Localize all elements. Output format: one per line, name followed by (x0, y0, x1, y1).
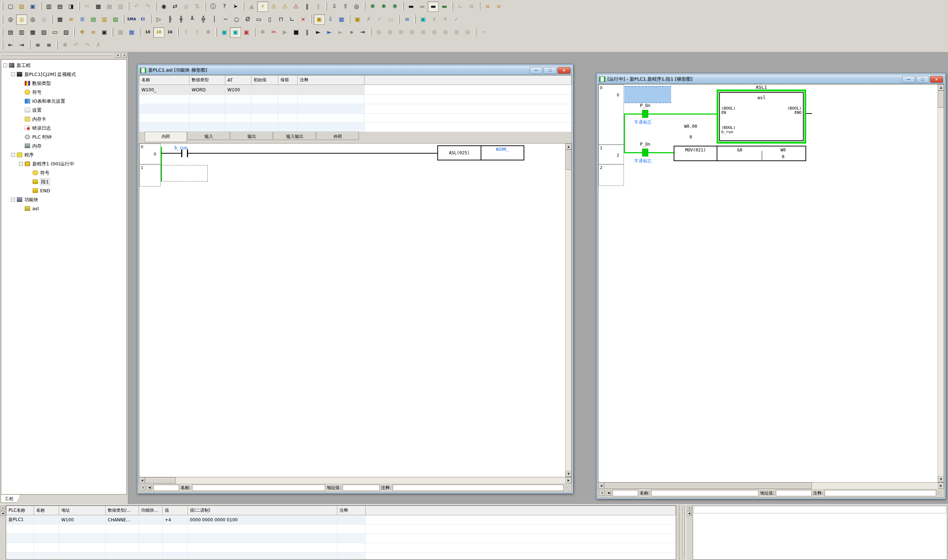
tb-delete-line-icon[interactable]: × (298, 14, 309, 25)
table-empty-row[interactable] (6, 534, 676, 543)
column-header[interactable]: AT (225, 75, 251, 85)
tb-fb-generate-icon[interactable]: ▣ (418, 14, 429, 25)
rung1-wire[interactable] (624, 152, 674, 153)
tb-cross-reference-icon[interactable]: CI (137, 14, 148, 25)
fb-contact-bar-right[interactable] (187, 149, 188, 157)
tb-fb-online-monitor-icon[interactable]: ▣ (314, 14, 325, 25)
monitor-window-titlebar[interactable]: [运行中] - 新PLC1.新程序1.段1 [梯形图] — □ × (598, 74, 945, 84)
rung0-contact-p-on[interactable] (642, 110, 648, 118)
tree-item-plc[interactable]: -新PLC1[CJ2M] 监视模式 (1, 70, 126, 79)
tb-contact-or-nc-icon[interactable]: ╬ (198, 14, 209, 25)
toolbar-group-handle[interactable] (128, 2, 129, 11)
tb-print-icon[interactable]: ▤ (54, 2, 66, 12)
tree-expander-icon[interactable]: - (3, 63, 7, 67)
tree-item-function-blocks[interactable]: -功能块 (1, 195, 126, 204)
tb-io-table-view-icon[interactable]: SMA (126, 14, 137, 25)
tb-step-into-icon[interactable]: ► (324, 27, 335, 38)
tb-indent-decrease-icon[interactable]: ⇤ (5, 40, 16, 51)
tree-item-prog-symbols[interactable]: 符号 (1, 168, 126, 177)
fb-tab-输出[interactable]: 输出 (231, 132, 273, 140)
tb-monitor-window-4-icon[interactable]: ▬ (439, 2, 450, 12)
monitor-vscroll-up[interactable]: ▲ (938, 85, 944, 91)
tb-grid-icon[interactable]: ▦ (54, 14, 66, 25)
monitor-ladder[interactable]: 0 0 1 2 2 P_On 常通标志 (598, 84, 944, 483)
monitor-hscrollbar[interactable]: ◀ ▶ (598, 483, 944, 489)
tb-window-cascade-icon[interactable]: ▤ (5, 27, 16, 38)
tree-expander-icon[interactable]: - (11, 72, 15, 76)
fb-close-button[interactable]: × (558, 67, 571, 74)
monitor-comment-field[interactable] (825, 490, 936, 496)
monitor-close-button[interactable]: × (930, 76, 943, 83)
tb-online-edit-cut-icon[interactable]: ✂ (268, 27, 279, 38)
tb-address-reference-list-icon[interactable]: ≣ (77, 14, 88, 25)
tree-item-io-table[interactable]: IO表和单元设置 (1, 97, 126, 106)
tb-io-comment-view-icon[interactable]: ▤ (88, 14, 99, 25)
tb-upload-from-plc-icon[interactable]: ⇧ (340, 2, 351, 12)
toolbar-group-handle[interactable] (479, 2, 480, 11)
toolbar-group-handle[interactable] (112, 28, 113, 37)
fb-comment-field[interactable] (392, 485, 564, 491)
tree-expander-icon[interactable]: - (19, 162, 23, 166)
tb-window-tile-h-icon[interactable]: ▥ (16, 27, 27, 38)
tb-find-icon[interactable]: ◉ (158, 2, 169, 12)
toolbar-group-handle[interactable] (349, 15, 350, 24)
toolbar-group-handle[interactable] (2, 28, 3, 37)
monitor-rung1-margin[interactable]: 1 2 (599, 145, 624, 165)
tree-item-program1[interactable]: -新程序1 (00)运行中 (1, 159, 126, 168)
tb-zoom-in-icon[interactable]: ◎ (5, 14, 16, 25)
toolbar-group-handle[interactable] (398, 15, 400, 24)
toolbar-group-handle[interactable] (139, 28, 140, 37)
tb-address-window-icon[interactable]: ≡ (88, 27, 99, 38)
fb-window-titlebar[interactable]: 新PLC1.asl [功能块 梯形图] — □ × (139, 66, 572, 75)
monitor-addr-field[interactable] (776, 490, 811, 496)
tb-transfer-warning-icon[interactable]: ⚠ (291, 2, 302, 12)
tb-fast-forward-icon[interactable]: » (346, 27, 357, 38)
fb-asl-instruction-box[interactable]: ASL(025) W100_ (437, 145, 524, 160)
tb-pause-debug-icon[interactable]: ∥ (302, 27, 312, 38)
tb-compile-program-icon[interactable]: ⚠ (268, 2, 279, 12)
fb-tab-输入输出[interactable]: 输入输出 (274, 132, 316, 140)
toolbar-group-handle[interactable] (475, 28, 476, 37)
toolbar-group-handle[interactable] (51, 15, 53, 24)
tree-item-data-types[interactable]: 数据类型 (1, 79, 126, 88)
toolbar-group-handle[interactable] (40, 2, 42, 11)
tb-help-icon[interactable]: ? (219, 2, 230, 12)
tb-contact-or-no-icon[interactable]: ╨ (186, 14, 198, 25)
toolbar-group-handle[interactable] (243, 2, 244, 11)
monitor-hscroll-left[interactable]: ◀ (598, 483, 604, 489)
tb-step-over-icon[interactable]: ► (312, 27, 324, 38)
tb-select-pointer-icon[interactable]: ▷ (153, 14, 165, 25)
table-empty-row[interactable] (139, 104, 572, 114)
tb-zoom-out-icon[interactable]: ◎ (27, 14, 38, 25)
column-header[interactable]: 注释 (337, 506, 366, 515)
tb-copy-icon[interactable]: ▦ (93, 2, 104, 12)
tb-contact-no-icon[interactable]: ╟ (165, 14, 175, 25)
fb-vscroll-down[interactable]: ▼ (565, 471, 572, 477)
toolbar-group-handle[interactable] (402, 2, 404, 11)
tree-item-error-log[interactable]: 错误日志 (1, 123, 126, 132)
table-empty-row[interactable] (6, 552, 676, 560)
tb-print-preview-icon[interactable]: ◨ (66, 2, 77, 12)
toolbar-group-handle[interactable] (414, 15, 416, 24)
table-row[interactable]: W100_WORDW100 (139, 85, 572, 95)
toolbar-group-handle[interactable] (74, 28, 75, 37)
tree-expander-icon[interactable]: - (11, 198, 15, 202)
toolbar-group-handle[interactable] (2, 15, 3, 24)
tb-pause-monitor-icon[interactable]: ‖ (302, 2, 312, 12)
monitor-hscroll-thumb[interactable] (604, 483, 812, 489)
toolbar-group-handle[interactable] (123, 15, 124, 24)
tb-update-fb-table-icon[interactable]: ▦ (336, 14, 347, 25)
monitor-hscroll-right[interactable]: ▶ (938, 483, 944, 489)
fb-call-block[interactable]: asl (BOOL) EN (BOOL) ENO (BOOL) b_run (717, 89, 806, 143)
tb-compare-with-plc-icon[interactable]: ◎ (351, 2, 362, 12)
toolbar-group-handle[interactable] (254, 28, 255, 37)
tb-block-list-icon[interactable]: ≡ (32, 40, 43, 51)
output-close-icon[interactable]: x (687, 506, 692, 511)
tb-binary-monitor-icon[interactable]: ▦ (126, 27, 137, 38)
fb-operand-address[interactable]: W0.00 (670, 124, 711, 129)
workspace-tab-project[interactable]: 工程 (1, 495, 20, 503)
mov-operand-box[interactable]: &0 W0 0 (717, 146, 806, 161)
fb-vscroll-thumb[interactable] (565, 150, 572, 170)
fb-tab-内部[interactable]: 内部 (145, 132, 187, 142)
tb-about-icon[interactable]: ⓘ (208, 2, 219, 12)
